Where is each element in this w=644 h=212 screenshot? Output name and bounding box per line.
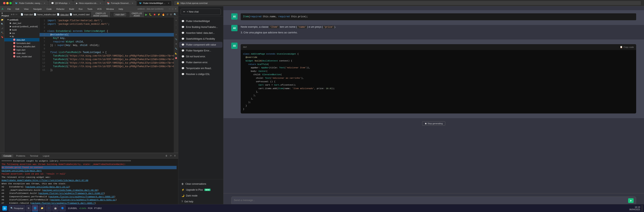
console-link[interactable]: package:flutter/src/widgets/framework.da… <box>51 199 116 201</box>
menu-navigate[interactable]: Navigate <box>32 8 42 11</box>
console-tab-logcat[interactable]: Logcat <box>41 154 51 157</box>
tree-home[interactable]: 🎯 home_trabalho.dart <box>4 45 40 48</box>
chat-get-help[interactable]: ? Get help <box>179 199 222 204</box>
menu-vcs[interactable]: VCS <box>96 8 102 11</box>
chat-nav-flutter-component[interactable]: 💬 Flutter component with value <box>179 42 222 48</box>
taskbar-chrome[interactable]: 🔵 <box>60 205 66 211</box>
browser-tab-formacao[interactable]: 📚 Formação Desenvolva seu p... ✕ <box>104 1 136 6</box>
right-panel-icon-9[interactable]: 🎯 <box>174 57 178 60</box>
taskbar-task-view[interactable]: ⧉ <box>26 205 31 211</box>
menu-window[interactable]: Window <box>106 8 115 11</box>
profile-icon[interactable]: ⚡ <box>157 13 160 16</box>
toolbar-btn-3[interactable]: ↕ <box>15 13 16 16</box>
console-clear-icon[interactable]: 🗑 <box>165 154 168 157</box>
console-link[interactable]: package:untitled1/lib/main.dart <box>2 169 176 172</box>
right-panel-icon-2[interactable]: ↑ <box>174 24 178 27</box>
console-link[interactable]: package:untitled1/data.dart:23:12 <box>26 186 69 188</box>
tab-close-icon[interactable]: ✕ <box>68 2 70 4</box>
sidebar-git-icon[interactable]: ⎇ <box>0 27 4 30</box>
chat-input[interactable] <box>234 198 626 203</box>
maximize-btn[interactable]: □ <box>172 8 173 10</box>
menu-code[interactable]: Code <box>46 8 52 11</box>
console-wrap-icon[interactable]: ⟳ <box>169 154 172 157</box>
toolbar-btn-4[interactable]: ≡ <box>16 13 18 16</box>
menu-run[interactable]: Run <box>78 8 84 11</box>
data-dart-tab[interactable]: data.dart <box>60 13 69 16</box>
win-min-btn[interactable] <box>6 2 8 4</box>
tree-build[interactable]: ▶ build <box>4 28 40 31</box>
tree-android[interactable]: ▶ android [untitled1_android] <box>4 25 40 28</box>
browser-tab-whatsapp[interactable]: 💬 QS WhatsApp ✕ <box>48 1 73 6</box>
chat-nav-timer[interactable]: 💬 Temporizador em React. <box>179 65 222 71</box>
code-editor[interactable]: 1 import 'package:flutter/material.dart'… <box>40 17 174 153</box>
right-panel-icon-5[interactable]: 📎 <box>174 38 178 41</box>
menu-file[interactable]: File <box>6 8 12 11</box>
browser-tab-flutter-inherited[interactable]: 🐦 Flutter InheritedWidget Exas... ✕ <box>136 1 172 6</box>
tree-ios[interactable]: ▶ ios <box>4 31 40 35</box>
stop-icon[interactable]: ⏹ <box>154 13 156 16</box>
tree-formulario[interactable]: 🎯 formulario.dart <box>4 41 40 45</box>
stop-generating-button[interactable]: ⏹ Stop generating <box>422 121 445 126</box>
chat-nav-assertion[interactable]: 💬 Assertion failed: data.dart... <box>179 30 222 36</box>
close-btn[interactable]: ✕ <box>175 8 176 10</box>
chat-clear-conversations[interactable]: 🗑 Clear conversations <box>179 181 222 187</box>
chat-nav-navigator[interactable]: 💬 Flutter Navigator Error... <box>179 48 222 54</box>
device-selector[interactable]: ONEPLUS A5000 (mobile) <box>91 12 110 18</box>
tree-task-model[interactable]: 🎯 task_model.dart <box>4 55 40 58</box>
chat-nav-error-building[interactable]: 💬 Error Building HomeTrabaho... <box>179 24 222 30</box>
task-model-tab[interactable]: task_model2.dart <box>73 13 90 16</box>
debug-icon[interactable]: 🐛 <box>149 13 152 16</box>
console-tab-terminal[interactable]: Terminal <box>28 154 40 157</box>
console-link[interactable]: package:flutter/src/widgets/framework.da… <box>39 192 104 194</box>
taskbar-edge[interactable]: 🌐 <box>32 205 38 211</box>
right-panel-icon-1[interactable]: ≡ <box>174 19 178 22</box>
taskbar-vscode[interactable]: ⬡ <box>46 205 52 211</box>
minimize-btn[interactable]: ─ <box>169 8 170 10</box>
chat-nav-stateful[interactable]: 💬 StatefulWidgets & Flexibility <box>179 36 222 42</box>
right-panel-icon-4[interactable]: ⚠ <box>174 33 178 36</box>
menu-help[interactable]: Help <box>118 8 124 11</box>
taskbar-android-studio[interactable]: 🤖 <box>52 205 58 211</box>
taskbar-search[interactable]: 🔍 Pesquisar <box>8 205 25 211</box>
sidebar-project-icon[interactable]: 📁 <box>0 18 4 21</box>
chat-nav-daemon[interactable]: 💬 Flutter daemon error. <box>179 60 222 65</box>
right-panel-icon-8[interactable]: 📐 <box>174 52 178 55</box>
console-widget-link[interactable]: HomeTrabaho HomeTrabaho:http://file///un… <box>2 179 176 182</box>
new-chat-button[interactable]: ✏ + New chat <box>181 9 221 15</box>
chat-messages[interactable]: AI Item(required this.name, required thi… <box>224 6 644 193</box>
menu-build[interactable]: Build <box>68 8 75 11</box>
chat-nav-flutter-inherited[interactable]: 💬 Flutter InheritedWidget <box>179 18 222 24</box>
toolbar-btn-2[interactable]: ⚙ <box>13 13 14 16</box>
console-output[interactable]: ======== Exception caught by widgets lib… <box>0 159 178 208</box>
home-dart-tab[interactable]: home_trabalho.dart <box>37 13 56 16</box>
menu-view[interactable]: View <box>23 8 30 11</box>
search-everywhere-icon[interactable]: 🔍 <box>174 13 176 16</box>
console-link[interactable]: package:flutter/src/widgets/framework.da… <box>50 195 114 198</box>
toolbar-btn-1[interactable]: ⊕ <box>11 13 12 16</box>
right-panel-icon-7[interactable]: 🔧 <box>174 47 178 50</box>
tree-dart-tool[interactable]: ▶ .dart_tool <box>4 21 40 25</box>
tree-lib[interactable]: ▾ lib <box>4 35 40 38</box>
menu-edit[interactable]: Edit <box>15 8 20 11</box>
tree-data-dart[interactable]: 🎯 data.dart <box>4 38 40 41</box>
console-scroll-icon[interactable]: ⬇ <box>173 154 176 157</box>
console-tab-problems[interactable]: Problems <box>14 154 27 157</box>
copy-code-button[interactable]: 📋 Copy code <box>620 46 634 48</box>
win-close-btn[interactable] <box>3 2 6 4</box>
win-max-btn[interactable] <box>10 2 12 4</box>
console-tab-console[interactable]: Console <box>2 154 13 157</box>
hot-restart-icon[interactable]: ↺ <box>166 13 168 16</box>
sidebar-search-icon[interactable]: 🔍 <box>0 22 4 26</box>
show-desktop-btn[interactable] <box>642 205 642 211</box>
tab-close-icon[interactable]: ✕ <box>168 2 169 4</box>
taskbar-start-button[interactable]: ⊞ <box>2 205 8 211</box>
tab-close-icon[interactable]: ✕ <box>100 2 101 4</box>
main-dart-tab[interactable]: main.dart <box>24 13 33 16</box>
chat-nav-git[interactable]: 💬 Git not found error. <box>179 54 222 60</box>
sidebar-build-icon[interactable]: 🔨 <box>0 31 4 34</box>
chat-nav-esl[interactable]: 💬 Resolver o código ESL <box>179 71 222 77</box>
menu-refactor[interactable]: Refactor <box>56 8 65 11</box>
chat-upgrade-plus[interactable]: ⚡ Upgrade to Plus NEW <box>179 187 222 193</box>
tab-close-icon[interactable]: ✕ <box>44 2 45 4</box>
menu-tools[interactable]: Tools <box>86 8 93 11</box>
